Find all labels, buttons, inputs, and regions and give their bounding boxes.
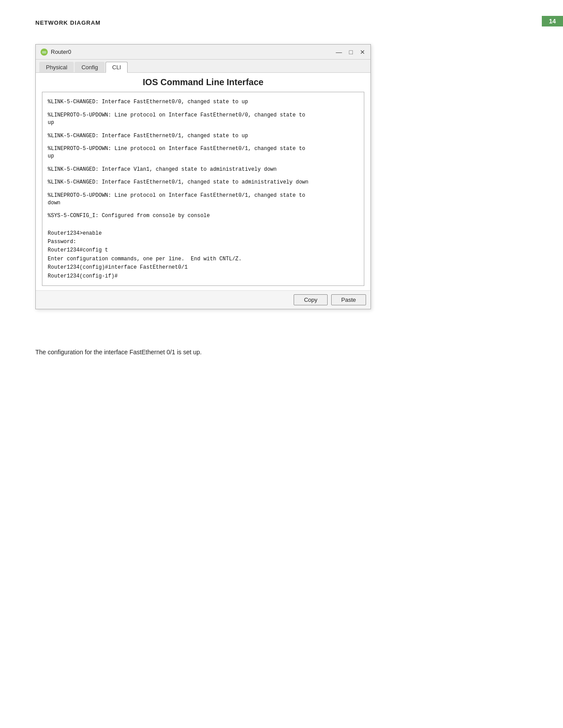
terminal-line: Router1234>enable (48, 230, 359, 237)
terminal-line: %SYS-5-CONFIG_I: Configured from console… (48, 212, 359, 220)
tab-config[interactable]: Config (75, 62, 105, 72)
terminal-line: %LINK-5-CHANGED: Interface Vlan1, change… (48, 166, 359, 173)
terminal-line: %LINK-5-CHANGED: Interface FastEthernet0… (48, 179, 359, 186)
terminal-line: %LINK-5-CHANGED: Interface FastEthernet0… (48, 98, 359, 106)
terminal-line: Password: (48, 238, 359, 246)
paste-button[interactable]: Paste (331, 294, 366, 305)
title-bar: Router0 — □ ✕ (36, 45, 370, 60)
svg-point-3 (44, 52, 45, 53)
terminal-line: %LINEPROTO-5-UPDOWN: Line protocol on In… (48, 112, 359, 127)
caption-text: The configuration for the interface Fast… (35, 349, 202, 356)
section-heading: NETWORK DIAGRAM (35, 19, 101, 26)
svg-point-4 (45, 52, 46, 53)
router-icon (40, 48, 48, 56)
terminal-line: Enter configuration commands, one per li… (48, 255, 359, 263)
close-button[interactable]: ✕ (359, 49, 366, 55)
terminal-blank-line (48, 188, 359, 192)
maximize-button[interactable]: □ (348, 49, 354, 55)
copy-button[interactable]: Copy (294, 294, 327, 305)
cli-title: IOS Command Line Interface (42, 77, 364, 87)
window-title: Router0 (51, 49, 71, 55)
terminal-blank-line (48, 94, 359, 98)
terminal-blank-line (48, 161, 359, 166)
title-bar-controls: — □ ✕ (335, 49, 366, 55)
minimize-button[interactable]: — (335, 49, 343, 55)
terminal-line: %LINK-5-CHANGED: Interface FastEthernet0… (48, 132, 359, 140)
terminal-line: Router1234(config-if)# (48, 273, 359, 280)
terminal-blank-line (48, 208, 359, 212)
terminal-blank-line (48, 221, 359, 225)
terminal-blank-line (48, 141, 359, 145)
tab-cli[interactable]: CLI (106, 62, 128, 73)
tab-physical[interactable]: Physical (39, 62, 74, 72)
page-number-badge: 14 (542, 16, 563, 26)
terminal-blank-line (48, 174, 359, 179)
terminal-output[interactable]: %LINK-5-CHANGED: Interface Vlan1, change… (42, 92, 364, 286)
terminal-line: %LINK-5-CHANGED: Interface Vlan1, change… (48, 92, 359, 93)
tabs-bar: Physical Config CLI (36, 60, 370, 73)
terminal-line: Router1234#config t (48, 247, 359, 254)
terminal-blank-line (48, 128, 359, 132)
button-bar: Copy Paste (36, 290, 370, 309)
terminal-line: %LINEPROTO-5-UPDOWN: Line protocol on In… (48, 192, 359, 207)
router-window: Router0 — □ ✕ Physical Config CLI IOS Co… (35, 44, 371, 309)
cli-area: IOS Command Line Interface %LINK-5-CHANG… (36, 73, 370, 290)
title-bar-left: Router0 (40, 48, 71, 56)
terminal-line: Router1234(config)#interface FastEtherne… (48, 264, 359, 271)
terminal-blank-line (48, 107, 359, 112)
terminal-blank-line (48, 225, 359, 230)
terminal-line: %LINEPROTO-5-UPDOWN: Line protocol on In… (48, 145, 359, 161)
svg-point-2 (42, 52, 43, 53)
